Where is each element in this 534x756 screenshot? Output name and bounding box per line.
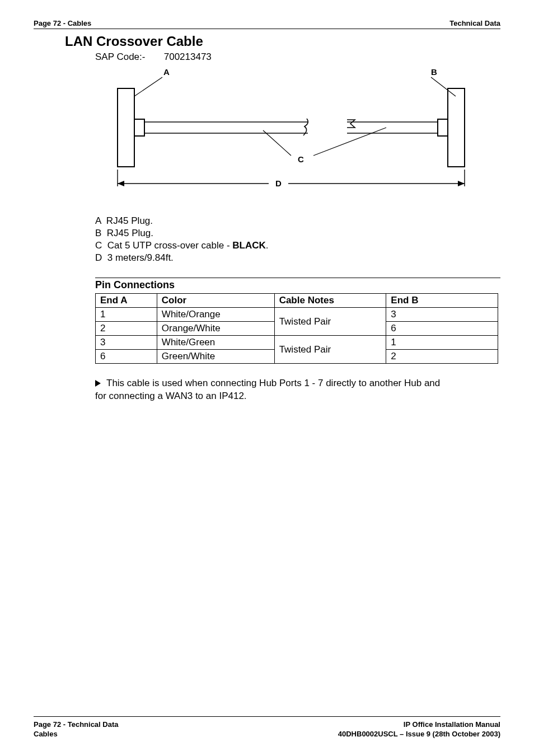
legend-b-prefix: B: [95, 228, 107, 238]
diagram-label-a: A: [163, 67, 170, 77]
footer-left-line1: Page 72 - Technical Data: [34, 720, 119, 730]
legend-d-prefix: D: [95, 252, 107, 263]
header-right: Technical Data: [449, 19, 500, 27]
cell-notes: Twisted Pair: [274, 308, 386, 336]
legend-c-bold: BLACK: [232, 240, 266, 251]
leader-c2: [313, 128, 386, 156]
plug-a-body: [118, 88, 134, 167]
usage-note: This cable is used when connecting Hub P…: [95, 377, 453, 403]
dim-d-arrow-r: [458, 181, 465, 186]
footer-left-line2: Cables: [34, 730, 119, 739]
legend-c-prefix: C: [95, 240, 107, 251]
pin-connections-title: Pin Connections: [95, 278, 500, 291]
legend-c-post: .: [266, 240, 269, 251]
sap-code-label: SAP Code:-: [95, 51, 151, 63]
cell-color: Green/White: [157, 350, 274, 364]
legend-c-pre: Cat 5 UTP cross-over cable -: [107, 240, 233, 251]
footer-left: Page 72 - Technical Data Cables: [34, 720, 119, 739]
dim-d-arrow-l: [118, 181, 124, 186]
th-color: Color: [157, 294, 274, 308]
diagram-label-b: B: [431, 67, 437, 77]
cell-end-a: 2: [96, 322, 157, 336]
th-end-b: End B: [386, 294, 498, 308]
cell-color: White/Orange: [157, 308, 274, 322]
diagram-label-c: C: [298, 154, 304, 164]
table-header-row: End A Color Cable Notes End B: [96, 294, 498, 308]
page-footer: Page 72 - Technical Data Cables IP Offic…: [34, 716, 500, 739]
footer-right-line2: 40DHB0002USCL – Issue 9 (28th October 20…: [338, 730, 500, 739]
leader-a: [134, 77, 162, 96]
plug-b-body: [448, 88, 465, 167]
cell-end-b: 3: [386, 308, 498, 322]
th-cable-notes: Cable Notes: [274, 294, 386, 308]
cell-end-a: 1: [96, 308, 157, 322]
diagram-legend: A RJ45 Plug. B RJ45 Plug. C Cat 5 UTP cr…: [95, 215, 500, 264]
plug-a-jack: [134, 119, 144, 136]
th-end-a: End A: [96, 294, 157, 308]
diagram-label-d: D: [275, 179, 282, 188]
leader-c1: [263, 130, 291, 156]
cell-end-b: 2: [386, 350, 498, 364]
pin-connections-table: End A Color Cable Notes End B 1 White/Or…: [95, 293, 498, 364]
footer-right-line1: IP Office Installation Manual: [338, 720, 500, 730]
break-mark-right: [347, 120, 355, 128]
cell-color: Orange/White: [157, 322, 274, 336]
legend-a-text: RJ45 Plug.: [106, 215, 153, 226]
cell-notes: Twisted Pair: [274, 336, 386, 364]
legend-b-text: RJ45 Plug.: [107, 228, 153, 238]
usage-note-text: This cable is used when connecting Hub P…: [95, 378, 440, 401]
cable-diagram: A B C D: [95, 66, 487, 200]
leader-b: [431, 77, 456, 96]
sap-code-line: SAP Code:- 700213473: [95, 51, 500, 63]
cell-end-b: 1: [386, 336, 498, 350]
legend-a-prefix: A: [95, 215, 106, 226]
page-title: LAN Crossover Cable: [65, 34, 500, 49]
legend-row-d: D 3 meters/9.84ft.: [95, 252, 500, 264]
page-header: Page 72 - Cables Technical Data: [34, 19, 500, 29]
cell-end-b: 6: [386, 322, 498, 336]
cell-end-a: 6: [96, 350, 157, 364]
sap-code-value: 700213473: [164, 51, 212, 62]
cell-end-a: 3: [96, 336, 157, 350]
page: Page 72 - Cables Technical Data LAN Cros…: [0, 0, 534, 756]
note-arrow-icon: [95, 380, 101, 387]
legend-d-text: 3 meters/9.84ft.: [107, 252, 174, 263]
header-left: Page 72 - Cables: [34, 19, 91, 27]
table-row: 3 White/Green Twisted Pair 1: [96, 336, 498, 350]
table-row: 1 White/Orange Twisted Pair 3: [96, 308, 498, 322]
plug-b-jack: [438, 119, 448, 136]
footer-right: IP Office Installation Manual 40DHB0002U…: [338, 720, 500, 739]
legend-row-c: C Cat 5 UTP cross-over cable - BLACK.: [95, 240, 500, 252]
legend-row-a: A RJ45 Plug.: [95, 215, 500, 227]
legend-row-b: B RJ45 Plug.: [95, 227, 500, 240]
cell-color: White/Green: [157, 336, 274, 350]
